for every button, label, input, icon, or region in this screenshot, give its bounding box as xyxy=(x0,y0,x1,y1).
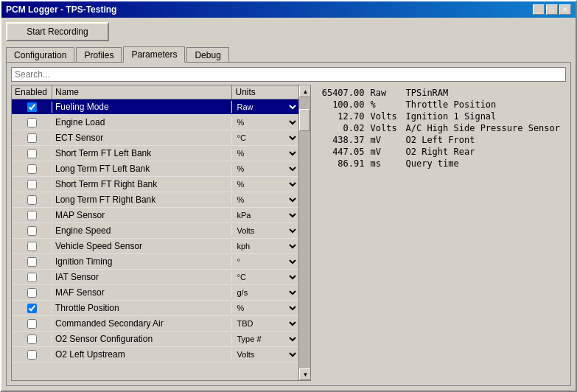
table-row[interactable]: MAF Sensorg/s xyxy=(12,285,298,301)
param-units-select[interactable]: Raw xyxy=(232,99,298,114)
scroll-thumb[interactable] xyxy=(299,109,310,131)
table-row[interactable]: Ignition Timing° xyxy=(12,254,298,270)
reading-value: 86.91 xyxy=(320,158,364,169)
tab-bar: Configuration Profiles Parameters Debug xyxy=(6,46,571,62)
title-bar: PCM Logger - TPS-Testing _ □ ✕ xyxy=(1,1,576,18)
table-row[interactable]: Long Term FT Left Bank% xyxy=(12,161,298,177)
reading-unit: Volts xyxy=(370,111,399,122)
scroll-up-arrow[interactable]: ▲ xyxy=(299,85,311,97)
param-units-cell: Type # xyxy=(232,332,298,346)
param-checkbox[interactable] xyxy=(27,319,37,329)
table-row[interactable]: Vehicle Speed Sensorkph xyxy=(12,239,298,254)
reading-value: 100.00 xyxy=(320,99,364,110)
param-checkbox[interactable] xyxy=(27,335,37,344)
table-row[interactable]: O2 Left UpstreamVolts xyxy=(12,347,298,363)
minimize-button[interactable]: _ xyxy=(533,4,545,15)
param-units-select[interactable]: % xyxy=(232,192,298,207)
param-units-cell: g/s xyxy=(232,285,298,300)
table-row[interactable]: Engine Load% xyxy=(12,115,298,130)
scroll-down-arrow[interactable]: ▼ xyxy=(299,368,311,380)
param-checkbox[interactable] xyxy=(27,226,37,236)
param-enabled-cell xyxy=(12,102,52,113)
param-units-select[interactable]: kPa xyxy=(232,208,298,223)
reading-value: 0.02 xyxy=(320,123,364,133)
param-name-cell: Short Term FT Left Bank xyxy=(52,147,232,159)
param-units-select[interactable]: °C xyxy=(232,270,298,284)
list-item: 65407.00RawTPSinRAM xyxy=(320,88,560,98)
param-name-cell: O2 Left Upstream xyxy=(52,349,232,360)
param-enabled-cell xyxy=(12,164,52,175)
list-item: 86.91msQuery time xyxy=(320,158,560,169)
param-name-cell: Long Term FT Left Bank xyxy=(52,163,232,175)
reading-unit: Volts xyxy=(370,123,399,133)
table-row[interactable]: Short Term FT Left Bank% xyxy=(12,146,298,161)
param-units-select[interactable]: % xyxy=(232,301,298,315)
reading-unit: Raw xyxy=(370,88,399,98)
param-checkbox[interactable] xyxy=(27,211,37,220)
param-checkbox[interactable] xyxy=(27,180,37,189)
param-checkbox[interactable] xyxy=(27,102,37,112)
table-row[interactable]: Commanded Secondary AirTBD xyxy=(12,316,298,332)
window-controls: _ □ ✕ xyxy=(533,4,571,15)
header-enabled: Enabled xyxy=(12,85,52,99)
param-units-select[interactable]: g/s xyxy=(232,285,298,300)
param-checkbox[interactable] xyxy=(27,133,37,143)
param-units-select[interactable]: Volts xyxy=(232,347,298,362)
param-units-select[interactable]: % xyxy=(232,146,298,161)
window-title: PCM Logger - TPS-Testing xyxy=(6,4,116,15)
param-name-cell: O2 Sensor Configuration xyxy=(52,333,232,345)
param-units-select[interactable]: % xyxy=(232,161,298,176)
scrollbar[interactable]: ▲ ▼ xyxy=(298,85,310,380)
param-units-cell: % xyxy=(232,301,298,315)
search-input[interactable] xyxy=(11,67,566,82)
tab-content-parameters: Enabled Name Units Fueling ModeRawEngine… xyxy=(6,62,571,386)
param-units-cell: % xyxy=(232,192,298,207)
table-row[interactable]: O2 Sensor ConfigurationType # xyxy=(12,332,298,347)
reading-unit: % xyxy=(370,99,399,110)
maximize-button[interactable]: □ xyxy=(546,4,558,15)
param-name-cell: MAP Sensor xyxy=(52,209,232,221)
param-name-cell: Throttle Position xyxy=(52,302,232,314)
tab-configuration[interactable]: Configuration xyxy=(6,47,74,63)
readings-panel: 65407.00RawTPSinRAM100.00%Throttle Posit… xyxy=(314,85,566,381)
param-name-cell: Commanded Secondary Air xyxy=(52,318,232,329)
table-row[interactable]: Short Term FT Right Bank% xyxy=(12,177,298,192)
param-checkbox[interactable] xyxy=(27,242,37,251)
param-units-select[interactable]: Volts xyxy=(232,223,298,238)
param-units-select[interactable]: % xyxy=(232,115,298,130)
table-row[interactable]: Throttle Position% xyxy=(12,301,298,316)
close-button[interactable]: ✕ xyxy=(559,4,571,15)
table-row[interactable]: Engine SpeedVolts xyxy=(12,223,298,239)
param-units-select[interactable]: ° xyxy=(232,254,298,269)
tab-parameters[interactable]: Parameters xyxy=(123,46,185,63)
param-name-cell: MAF Sensor xyxy=(52,287,232,298)
param-checkbox[interactable] xyxy=(27,273,37,282)
start-recording-button[interactable]: Start Recording xyxy=(6,22,109,41)
param-units-cell: % xyxy=(232,177,298,192)
reading-value: 447.05 xyxy=(320,147,364,157)
param-units-select[interactable]: Type # xyxy=(232,332,298,346)
param-checkbox[interactable] xyxy=(27,257,37,267)
param-units-select[interactable]: °C xyxy=(232,130,298,145)
table-row[interactable]: MAP SensorkPa xyxy=(12,208,298,223)
param-checkbox[interactable] xyxy=(27,164,37,174)
param-checkbox[interactable] xyxy=(27,350,37,360)
param-checkbox[interactable] xyxy=(27,118,37,127)
param-units-select[interactable]: TBD xyxy=(232,316,298,331)
param-units-select[interactable]: kph xyxy=(232,239,298,253)
param-units-cell: kPa xyxy=(232,208,298,223)
table-row[interactable]: Long Term FT Right Bank% xyxy=(12,192,298,208)
param-enabled-cell xyxy=(12,179,52,190)
param-checkbox[interactable] xyxy=(27,288,37,298)
table-row[interactable]: ECT Sensor°C xyxy=(12,130,298,146)
reading-unit: mV xyxy=(370,135,399,145)
table-row[interactable]: Fueling ModeRaw xyxy=(12,99,298,115)
param-checkbox[interactable] xyxy=(27,304,37,313)
param-enabled-cell xyxy=(12,334,52,345)
param-checkbox[interactable] xyxy=(27,149,37,158)
tab-debug[interactable]: Debug xyxy=(186,47,228,63)
param-units-select[interactable]: % xyxy=(232,177,298,192)
tab-profiles[interactable]: Profiles xyxy=(76,47,122,63)
param-checkbox[interactable] xyxy=(27,195,37,205)
table-row[interactable]: IAT Sensor°C xyxy=(12,270,298,285)
